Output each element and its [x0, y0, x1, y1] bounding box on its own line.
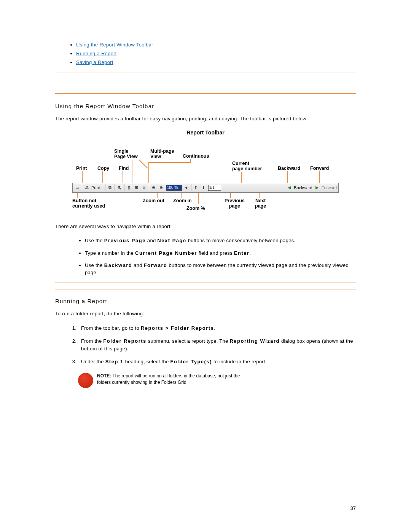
paragraph: To run a folder report, do the following… [55, 310, 356, 318]
label-single-page-view: Single Page View [114, 149, 138, 160]
toc-links: Using the Report Window Toolbar Running … [55, 42, 356, 65]
document-page: Using the Report Window Toolbar Running … [0, 0, 411, 532]
zoom-percent-field[interactable] [166, 185, 182, 191]
rule [55, 289, 356, 289]
single-page-icon[interactable]: ▯ [126, 185, 132, 191]
label-multi-page-view: Multi-page View [150, 149, 174, 160]
section-divider [55, 72, 356, 94]
connector [157, 193, 158, 198]
forward-button[interactable]: Forward [322, 185, 337, 190]
continuous-icon[interactable]: ⧈ [141, 185, 147, 191]
separator [124, 184, 124, 191]
zoom-in-icon[interactable]: ⊕ [158, 185, 164, 191]
list-item: Under the Step 1 heading, select the Fol… [78, 358, 356, 366]
forward-icon[interactable]: ▶ [314, 185, 320, 191]
connector [181, 193, 182, 198]
separator [191, 184, 191, 191]
page-number: 37 [350, 505, 356, 511]
list-item: Saving a Report [76, 59, 356, 65]
link-using-toolbar[interactable]: Using the Report Window Toolbar [76, 42, 153, 48]
list-item: From the toolbar, go to to Reports > Fol… [78, 324, 356, 332]
separator [82, 184, 82, 191]
report-toolbar-figure: Report Toolbar Single Page View Multi-pa… [72, 129, 339, 217]
label-current-page: Current page number [232, 161, 262, 172]
section-heading-running: Running a Report [55, 298, 356, 304]
connector [148, 162, 191, 163]
label-zoom-percent: Zoom % [186, 206, 205, 211]
separator [105, 184, 105, 191]
connector [139, 160, 148, 168]
list-item: Running a Report [76, 51, 356, 56]
prev-page-icon[interactable]: ⬆ [193, 185, 199, 191]
list-item: Use the Backward and Forward buttons to … [85, 262, 356, 276]
figure-title: Report Toolbar [186, 129, 224, 136]
rule [55, 93, 356, 94]
connector [123, 171, 123, 183]
multi-page-icon[interactable]: ⊞ [134, 185, 140, 191]
rule [55, 283, 356, 283]
list-item: Use the Previous Page and Next Page butt… [85, 237, 356, 244]
connector [319, 171, 320, 183]
connector [230, 193, 231, 198]
link-saving-report[interactable]: Saving a Report [76, 59, 113, 65]
page-number-field[interactable] [208, 185, 221, 191]
rule [55, 72, 356, 72]
connector [132, 160, 132, 183]
label-backward: Backward [278, 166, 300, 171]
link-running-report[interactable]: Running a Report [76, 51, 117, 56]
paragraph: There are several ways to navigate withi… [55, 223, 356, 230]
label-zoom-in: Zoom in [173, 198, 192, 203]
note-text: NOTE: The report will be run on all fold… [97, 373, 242, 385]
label-button-not-used: Button not currently used [72, 198, 105, 209]
connector [148, 162, 149, 183]
find-icon[interactable]: 🔍︎ [116, 185, 123, 191]
connector [287, 171, 288, 183]
separator [149, 184, 149, 191]
label-copy: Copy [97, 166, 109, 171]
zoom-out-icon[interactable]: ⊖ [151, 185, 157, 191]
label-previous-page: Previous page [225, 198, 245, 209]
note-icon [78, 373, 93, 388]
label-find: Find [119, 166, 129, 171]
connector [198, 193, 199, 204]
connector [241, 172, 242, 183]
bullet-list: Use the Previous Page and Next Page butt… [55, 237, 356, 276]
note-callout: NOTE: The report will be run on all fold… [78, 372, 242, 389]
print-icon[interactable]: 🖶 [84, 185, 90, 191]
list-item: Using the Report Window Toolbar [76, 42, 356, 48]
separator [115, 184, 115, 191]
paragraph: The report window provides a toolbar for… [55, 115, 356, 123]
list-item: From the Folder Reports submenu, select … [78, 337, 356, 353]
list-item: Type a number in the Current Page Number… [85, 250, 356, 257]
toolbar: ▭ 🖶 PPrint...rint... ⧉ 🔍︎ ▯ ⊞ ⧈ ⊖ ⊕ ▼ ⬆ … [72, 183, 339, 193]
print-button[interactable]: PPrint...rint... [91, 185, 104, 190]
unused-button-icon[interactable]: ▭ [74, 185, 80, 191]
label-zoom-out: Zoom out [143, 198, 164, 203]
connector [82, 171, 83, 183]
backward-button[interactable]: Backward [294, 185, 312, 190]
connector [77, 193, 78, 198]
section-heading-toolbar: Using the Report Window Toolbar [55, 103, 356, 109]
label-next-page: Next page [255, 198, 266, 209]
label-continuous: Continuous [183, 153, 209, 159]
copy-icon[interactable]: ⧉ [107, 185, 113, 191]
connector [102, 171, 103, 183]
connector [259, 193, 260, 198]
next-page-icon[interactable]: ⬇ [201, 185, 207, 191]
zoom-dropdown-icon[interactable]: ▼ [183, 185, 190, 191]
ordered-steps: From the toolbar, go to to Reports > Fol… [55, 324, 356, 366]
backward-icon[interactable]: ◀ [286, 185, 292, 191]
